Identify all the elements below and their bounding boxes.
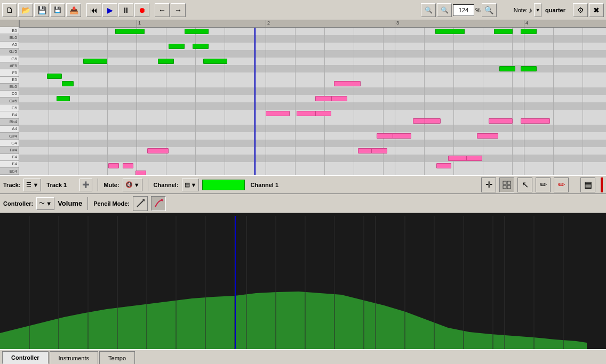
key-g5[interactable]: G5 (0, 55, 19, 62)
grid-area[interactable]: 1 2 3 4 (19, 20, 606, 175)
key-gs5[interactable]: G#5 (0, 48, 19, 55)
key-bb5[interactable]: Bb5 (0, 34, 19, 41)
note-g4-pink-3[interactable] (371, 148, 387, 153)
zoom-input[interactable]: 124 (453, 4, 474, 16)
note-e4-pink-1[interactable] (135, 171, 146, 175)
mute-dropdown-arrow: ▼ (134, 182, 140, 188)
add-track-button[interactable]: ➕ (79, 179, 92, 191)
note-fs4-pink-2[interactable] (466, 156, 482, 161)
note-f4-pink-3[interactable] (436, 163, 451, 168)
note-a5-2[interactable] (193, 44, 209, 49)
note-b4-pink-4[interactable] (521, 118, 550, 124)
note-e5-pink-1[interactable] (334, 81, 361, 86)
quantize-tool-button[interactable] (499, 177, 514, 192)
svg-rect-3 (507, 185, 511, 189)
mute-button[interactable]: 🔇 ▼ (123, 179, 142, 191)
key-a4[interactable]: A4 (0, 126, 19, 133)
vline-sub-1 (49, 28, 49, 175)
note-b5-1[interactable] (115, 29, 145, 34)
key-e5[interactable]: E5 (0, 77, 19, 84)
pencil-mode-curve-button[interactable] (151, 196, 166, 211)
rewind-button[interactable]: ⏮ (86, 3, 101, 17)
note-b5-r2[interactable] (494, 29, 513, 34)
key-eb4[interactable]: Eb4 (0, 168, 19, 175)
note-b4-pink-3[interactable] (489, 118, 513, 124)
pencil-mode-label: Pencil Mode: (93, 200, 130, 207)
pencil-mode-line-button[interactable] (133, 196, 148, 211)
new-button[interactable]: 🗋 (2, 3, 17, 17)
controller-type-button[interactable]: 〜 ▼ (36, 197, 54, 210)
note-fs4-pink-1[interactable] (448, 156, 467, 161)
controller-wrapper (0, 213, 606, 349)
tab-controller[interactable]: Controller (2, 351, 49, 364)
note-a5-1[interactable] (169, 44, 185, 49)
close-button[interactable]: ✖ (589, 3, 604, 17)
key-e4[interactable]: E4 (0, 161, 19, 168)
mute-label: Mute: (103, 182, 119, 188)
key-fs4[interactable]: F#4 (0, 147, 19, 153)
key-b5[interactable]: B5 (0, 27, 19, 34)
note-c5-pink-2[interactable] (297, 111, 318, 116)
channel-name: Channel 1 (250, 182, 278, 188)
note-dropdown-arrow[interactable]: ▼ (534, 3, 541, 17)
draw-tool-button[interactable]: ✏ (536, 177, 551, 192)
note-g5-2[interactable] (158, 59, 174, 64)
controller-wave-icon: 〜 (39, 199, 45, 207)
key-cs5[interactable]: C#5 (0, 98, 19, 104)
note-fs5-r1[interactable] (499, 66, 515, 71)
move-tool-button[interactable]: ✛ (481, 177, 496, 192)
key-f4[interactable]: F4 (0, 154, 19, 161)
note-e5-1[interactable] (62, 81, 74, 86)
note-b5-r3[interactable] (521, 29, 537, 34)
note-c5-pink-3[interactable] (315, 111, 331, 116)
note-d5-1[interactable] (57, 96, 70, 101)
note-f4-pink-2[interactable] (123, 163, 133, 168)
settings-button[interactable]: ⚙ (573, 3, 588, 17)
note-b4-pink-2[interactable] (425, 118, 441, 124)
track-list-button[interactable]: ☰ ▼ (23, 179, 41, 191)
key-bb4[interactable]: Bb4 (0, 119, 19, 126)
table-view-button[interactable]: ▤ (580, 177, 595, 192)
note-d5-pink-2[interactable] (331, 96, 347, 101)
record-button[interactable]: ⏺ (134, 3, 149, 17)
pause-button[interactable]: ⏸ (118, 3, 133, 17)
arrow-right-button[interactable]: → (171, 3, 186, 17)
tab-tempo[interactable]: Tempo (99, 351, 135, 364)
zoom-out-button[interactable]: 🔍 (437, 3, 452, 17)
note-fs5-r2[interactable] (521, 66, 537, 71)
note-a4-pink-3[interactable] (477, 133, 498, 139)
key-d5[interactable]: D5 (0, 91, 19, 98)
select-tool-button[interactable]: ↖ (517, 177, 532, 192)
play-button[interactable]: ▶ (102, 3, 117, 17)
note-f4-pink-1[interactable] (108, 163, 119, 168)
key-b4[interactable]: B4 (0, 111, 19, 118)
end-marker (601, 177, 603, 192)
tab-instruments[interactable]: Instruments (50, 351, 98, 364)
key-eb5[interactable]: Eb5 (0, 84, 19, 91)
erase-tool-button[interactable]: ✏ (554, 177, 569, 192)
note-f5-1[interactable] (47, 74, 62, 79)
zoom-in-button[interactable]: 🔍 (421, 3, 436, 17)
key-g4[interactable]: G4 (0, 140, 19, 147)
key-fs5[interactable]: #F5 (0, 62, 19, 69)
zoom-fit-button[interactable]: 🔍 (482, 3, 497, 17)
note-b5-r1[interactable] (435, 29, 465, 34)
note-b5-2[interactable] (185, 29, 209, 34)
key-a5[interactable]: A5 (0, 42, 19, 48)
open-button[interactable]: 📂 (18, 3, 33, 17)
arrow-left-button[interactable]: ← (155, 3, 170, 17)
controller-area[interactable] (0, 213, 606, 349)
vline-sub-9 (324, 28, 325, 175)
note-a4-pink-2[interactable] (393, 133, 411, 139)
note-g5-3[interactable] (203, 59, 227, 64)
save-button[interactable]: 💾 (34, 3, 49, 17)
export-button[interactable]: 📤 (66, 3, 81, 17)
note-g4-pink-1[interactable] (147, 148, 169, 153)
channel-select-button[interactable]: ▤ ▼ (182, 179, 200, 191)
key-c5[interactable]: C5 (0, 104, 19, 111)
note-c5-pink-1[interactable] (266, 111, 290, 116)
save-as-button[interactable]: 💾 (50, 3, 65, 17)
key-gs4[interactable]: G#4 (0, 133, 19, 140)
note-g5-1[interactable] (83, 59, 107, 64)
key-f5[interactable]: F5 (0, 69, 19, 76)
